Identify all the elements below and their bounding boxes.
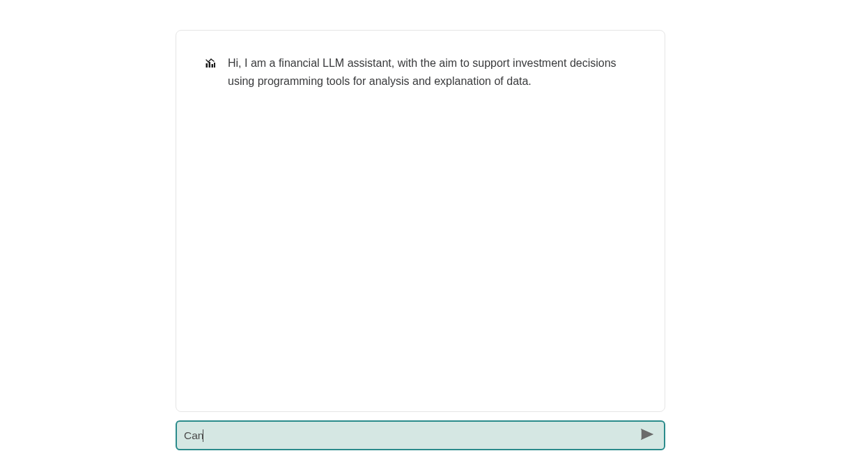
chat-input-bar: Can [176, 420, 665, 450]
chat-message-area: Hi, I am a financial LLM assistant, with… [176, 30, 665, 412]
svg-rect-0 [206, 63, 208, 68]
assistant-message-text: Hi, I am a financial LLM assistant, with… [228, 54, 637, 90]
chat-input-value: Can [184, 429, 203, 442]
svg-rect-2 [212, 64, 214, 68]
send-icon [640, 427, 655, 444]
send-button[interactable] [637, 426, 657, 445]
chat-input[interactable]: Can [184, 429, 637, 442]
svg-rect-1 [209, 62, 211, 68]
assistant-message-row: Hi, I am a financial LLM assistant, with… [176, 31, 665, 90]
svg-rect-3 [214, 63, 215, 68]
text-cursor [203, 429, 203, 442]
bar-chart-icon [204, 57, 217, 70]
